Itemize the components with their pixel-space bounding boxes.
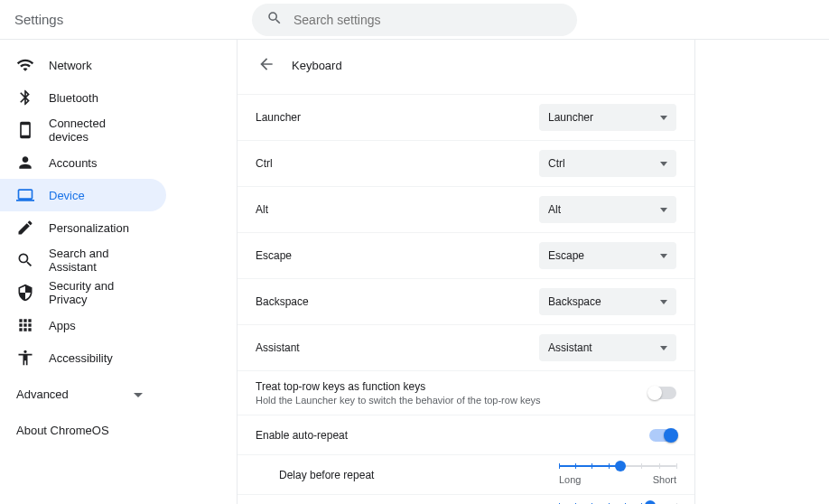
sidebar-item-connected-devices[interactable]: Connected devices <box>0 114 166 146</box>
sidebar-item-about[interactable]: About ChromeOS <box>0 414 166 446</box>
laptop-icon <box>16 186 34 204</box>
dropdown-value: Alt <box>548 203 561 216</box>
search-input[interactable] <box>293 13 563 27</box>
chevron-down-icon <box>660 300 667 304</box>
shield-icon <box>16 284 34 302</box>
sidebar: Network Bluetooth Connected devices Acco… <box>0 40 166 504</box>
row-ctrl: Ctrl Ctrl <box>238 141 694 187</box>
sidebar-item-advanced[interactable]: Advanced <box>0 378 166 410</box>
sidebar-item-label: Apps <box>49 319 76 332</box>
dropdown-ctrl[interactable]: Ctrl <box>539 150 676 177</box>
dropdown-value: Escape <box>548 249 584 262</box>
chevron-down-icon <box>660 346 667 350</box>
toggle-auto-repeat[interactable] <box>649 429 676 442</box>
sidebar-item-label: Device <box>49 189 85 202</box>
dropdown-backspace[interactable]: Backspace <box>539 288 676 315</box>
row-auto-repeat: Enable auto-repeat <box>238 415 694 455</box>
row-label: Assistant <box>256 341 300 354</box>
dropdown-launcher[interactable]: Launcher <box>539 104 676 131</box>
dropdown-value: Assistant <box>548 341 592 354</box>
row-label: Escape <box>256 249 292 262</box>
dropdown-alt[interactable]: Alt <box>539 196 676 223</box>
row-repeat-rate: Repeat rate Slow <box>238 495 694 504</box>
sidebar-item-bluetooth[interactable]: Bluetooth <box>0 81 166 114</box>
row-assistant: Assistant Assistant <box>238 325 694 371</box>
settings-title: Settings <box>14 12 63 27</box>
bluetooth-icon <box>16 89 34 107</box>
back-button[interactable] <box>256 54 277 76</box>
chevron-down-icon <box>660 254 667 258</box>
search-icon <box>266 10 283 29</box>
slider-label-left: Long <box>559 474 581 485</box>
slider-delay[interactable] <box>559 465 676 467</box>
row-label: Launcher <box>256 111 301 124</box>
person-icon <box>16 154 34 172</box>
chevron-down-icon <box>134 387 143 401</box>
sidebar-item-label: Bluetooth <box>49 91 98 105</box>
sidebar-item-accounts[interactable]: Accounts <box>0 146 166 179</box>
chevron-down-icon <box>660 208 667 212</box>
sidebar-item-device[interactable]: Device <box>0 179 166 211</box>
sidebar-item-accessibility[interactable]: Accessibility <box>0 341 166 374</box>
sidebar-item-network[interactable]: Network <box>0 49 166 81</box>
sidebar-item-label: Accessibility <box>49 351 113 365</box>
row-backspace: Backspace Backspace <box>238 279 694 325</box>
chevron-down-icon <box>660 116 667 120</box>
row-sublabel: Hold the Launcher key to switch the beha… <box>256 395 541 406</box>
sidebar-item-label: Network <box>49 59 92 72</box>
main-panel: Keyboard Launcher Launcher Ctrl Ctrl Alt <box>237 40 695 504</box>
apps-icon <box>16 316 34 334</box>
accessibility-icon <box>16 349 34 367</box>
sidebar-item-label: Personalization <box>49 221 129 235</box>
row-label: Enable auto-repeat <box>256 429 348 442</box>
sidebar-item-label: Search and Assistant <box>49 247 146 274</box>
row-function-keys: Treat top-row keys as function keys Hold… <box>238 371 694 415</box>
row-launcher: Launcher Launcher <box>238 95 694 141</box>
page-title: Keyboard <box>292 59 342 72</box>
sidebar-item-label: Connected devices <box>49 117 146 144</box>
chevron-down-icon <box>660 162 667 166</box>
row-alt: Alt Alt <box>238 187 694 233</box>
row-escape: Escape Escape <box>238 233 694 279</box>
dropdown-escape[interactable]: Escape <box>539 242 676 269</box>
phone-icon <box>16 121 34 139</box>
sidebar-item-search-assistant[interactable]: Search and Assistant <box>0 244 166 276</box>
row-label: Ctrl <box>256 157 273 170</box>
sidebar-item-label: Security and Privacy <box>49 279 146 306</box>
wifi-icon <box>16 56 34 74</box>
advanced-label: Advanced <box>16 387 69 401</box>
about-label: About ChromeOS <box>16 424 109 437</box>
sidebar-item-personalization[interactable]: Personalization <box>0 211 166 244</box>
search-box[interactable] <box>252 4 577 36</box>
row-label: Alt <box>256 203 268 216</box>
search-icon <box>16 251 34 269</box>
dropdown-value: Launcher <box>548 111 593 124</box>
row-delay-before-repeat: Delay before repeat <box>238 455 694 495</box>
sidebar-item-apps[interactable]: Apps <box>0 309 166 341</box>
slider-label-right: Short <box>653 474 676 485</box>
arrow-left-icon <box>257 55 275 76</box>
dropdown-value: Ctrl <box>548 157 565 170</box>
toggle-function-keys[interactable] <box>649 387 676 399</box>
edit-icon <box>16 219 34 237</box>
row-label: Backspace <box>256 295 309 308</box>
row-label: Delay before repeat <box>279 469 374 481</box>
row-label: Treat top-row keys as function keys <box>256 380 541 393</box>
sidebar-item-label: Accounts <box>49 156 97 170</box>
dropdown-assistant[interactable]: Assistant <box>539 334 676 361</box>
sidebar-item-security-privacy[interactable]: Security and Privacy <box>0 276 166 309</box>
dropdown-value: Backspace <box>548 295 601 308</box>
